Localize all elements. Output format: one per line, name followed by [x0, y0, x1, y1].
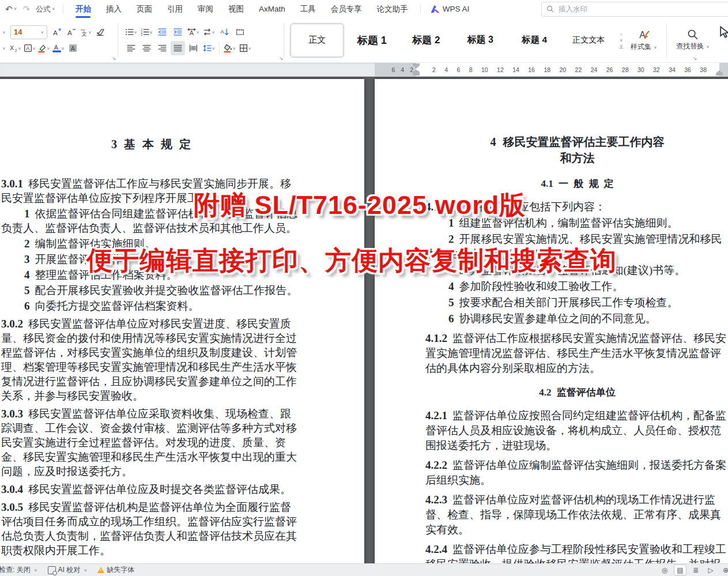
distribute-button[interactable] — [186, 41, 201, 55]
page-right[interactable]: 4 移民安置监督评估主要工作内容和方法 4.1 一 般 规 定 4.1.1监督评… — [375, 79, 728, 564]
block-text: 监督评估单位应按照合同约定组建监督评估机构，配备监督评估人员及相应设施设备，将机… — [425, 409, 726, 451]
toolbar-cut-control[interactable]: ∨ — [2, 46, 8, 50]
sort-button[interactable]: A — [217, 25, 232, 39]
formula-dropdown[interactable]: 公式 ∨ — [33, 4, 58, 14]
character-border-button[interactable]: A ∨ — [22, 41, 37, 55]
menu-tab[interactable]: 工具 — [293, 0, 323, 18]
line-spacing-button[interactable]: ∨ — [202, 41, 216, 55]
block-number: 4.2.2 — [425, 459, 447, 471]
increase-indent-button[interactable] — [171, 25, 185, 39]
missing-font-warning[interactable]: 缺失字体 — [92, 565, 139, 575]
character-scale-button[interactable]: A ∨ — [186, 25, 201, 39]
search-input[interactable] — [557, 5, 698, 14]
undo-icon: ↶ — [5, 4, 13, 14]
menu-tab[interactable]: AxMath — [251, 0, 293, 18]
menu-tab[interactable]: 审阅 — [190, 0, 221, 18]
menu-tab[interactable]: 开始 — [68, 0, 99, 18]
undo-button[interactable]: ↶ ∨ — [2, 4, 20, 14]
character-shading-button[interactable]: A — [66, 41, 80, 55]
pinyin-guide-button[interactable]: wén文 ∨ — [78, 25, 93, 39]
document-canvas[interactable]: 3 基 本 规 定 3.0.1移民安置监督评估工作应与移民安置实施同步开展。移民… — [0, 77, 728, 564]
align-center-icon — [142, 44, 151, 52]
style-item[interactable]: 标题 3 — [454, 24, 507, 57]
style-set-button[interactable]: A 样式集∨ — [626, 18, 662, 62]
clear-format-button[interactable] — [93, 25, 107, 39]
bullet-list-button[interactable]: ∨ — [124, 25, 138, 39]
show-marks-button[interactable] — [233, 25, 247, 39]
block-text: 3 基 本 规 定 — [111, 138, 191, 150]
decrease-indent-button[interactable] — [155, 25, 169, 39]
grow-font-button[interactable]: A — [50, 25, 64, 39]
text-direction-button[interactable]: ∨ — [202, 25, 216, 39]
divider — [118, 24, 118, 57]
horizontal-ruler[interactable]: 642 2468101214161820222426283032343638 — [0, 63, 728, 77]
menu-tab[interactable]: 页面 — [129, 0, 160, 18]
menu-tab[interactable]: 视图 — [221, 0, 251, 18]
doc-block: 4 移民安置监督评估主要工作内容和方法 — [486, 134, 669, 166]
align-left-icon — [127, 44, 135, 52]
font-color-button[interactable]: A ∨ — [51, 41, 66, 55]
justify-button[interactable] — [171, 41, 185, 55]
view-mode-button[interactable]: ≣ — [690, 565, 701, 575]
warning-icon — [97, 567, 104, 573]
subscript-button[interactable]: X2 ∨ — [8, 41, 22, 55]
block-number: 5 — [24, 284, 30, 296]
find-replace-icon — [687, 29, 698, 40]
doc-block: 3.0.2移民安置监督评估单位应对移民安置进度、移民安置质量、移民资金的拨付和使… — [1, 317, 301, 403]
style-item[interactable]: 标题 2 — [399, 24, 452, 57]
style-item[interactable]: 正文文本 — [562, 24, 615, 57]
ruler-number: 32 — [653, 66, 660, 73]
gallery-down-icon[interactable]: ∨ — [619, 37, 623, 42]
align-right-button[interactable] — [155, 41, 169, 55]
formula-label: 公式 — [36, 4, 51, 14]
menu-tab[interactable]: 引用 — [160, 0, 190, 18]
menu-tab[interactable]: 论文助手 — [369, 0, 416, 18]
wps-ai-button[interactable]: WPS AI — [425, 5, 476, 13]
page-left[interactable]: 3 基 本 规 定 3.0.1移民安置监督评估工作应与移民安置实施同步开展。移民… — [0, 79, 364, 564]
block-text: 4.1 一 般 规 定 — [541, 178, 613, 189]
styles-group-launcher[interactable]: ↘ — [693, 56, 697, 61]
block-number: 3 — [24, 253, 30, 265]
doc-block: 6协调移民安置参建单位之间的不同意见。 — [425, 311, 728, 326]
shrink-font-button[interactable]: A — [64, 25, 78, 39]
divider — [284, 24, 284, 57]
borders-button[interactable]: ∨ — [238, 41, 252, 55]
view-mode-button[interactable]: ◎ — [659, 565, 670, 575]
divider — [420, 5, 421, 14]
font-size-select[interactable]: 14 ∨ — [10, 25, 47, 39]
style-item[interactable]: 标题 4 — [508, 24, 561, 57]
doc-block: 4.2.2监督评估单位应编制监督评估实施细则，报送委托方备案后组织实施。 — [425, 458, 728, 488]
chevron-down-icon: ∨ — [32, 46, 36, 50]
gallery-more-icon[interactable]: ∨ — [619, 44, 623, 48]
number-list-button[interactable]: 123 ∨ — [139, 25, 154, 39]
align-center-button[interactable] — [139, 41, 154, 55]
view-mode-button[interactable]: ▤ — [674, 564, 686, 575]
gallery-up-icon[interactable]: ∧ — [619, 32, 623, 36]
select-tool-button[interactable] — [714, 18, 728, 62]
menu-tab[interactable]: 会员专享 — [323, 0, 369, 18]
menu-tab-label: 开始 — [76, 4, 91, 14]
view-mode-button[interactable]: ▷ — [705, 565, 716, 575]
spellcheck-status[interactable]: 检查: 关闭 ∨ — [0, 565, 43, 575]
chevron-down-icon: ∨ — [88, 30, 92, 34]
doc-block: 3.0.5移民安置监督评估机构是监督评估单位为全面履行监督评估项目任务而成立的现… — [1, 500, 301, 558]
view-mode-icon: ▷ — [708, 566, 713, 574]
font-name-dropdown-cut[interactable]: ∨ — [2, 30, 8, 34]
font-group-launcher[interactable]: ↘ — [112, 56, 116, 61]
left-indent-marker[interactable] — [413, 73, 420, 76]
menu-tab[interactable]: 插入 — [99, 0, 129, 18]
redo-button[interactable]: ↷ — [20, 4, 33, 14]
style-item[interactable]: 正文 — [290, 23, 344, 58]
paragraph-group-launcher[interactable]: ↘ — [279, 56, 284, 61]
sort-icon: A — [220, 28, 229, 36]
shading-button[interactable]: ∨ — [222, 41, 237, 55]
ai-proofread-button[interactable]: AI 校对 ∨ — [43, 565, 93, 575]
align-left-button[interactable] — [124, 41, 138, 55]
chevron-down-icon: ∨ — [134, 30, 137, 34]
style-item[interactable]: 标题 1 — [345, 24, 398, 57]
view-mode-button[interactable]: ⊕ — [720, 565, 728, 575]
highlight-button[interactable]: ∨ — [37, 41, 51, 55]
command-search-box[interactable] — [541, 2, 728, 17]
paint-bucket-icon — [224, 44, 232, 52]
font-color-icon: A — [52, 44, 61, 52]
